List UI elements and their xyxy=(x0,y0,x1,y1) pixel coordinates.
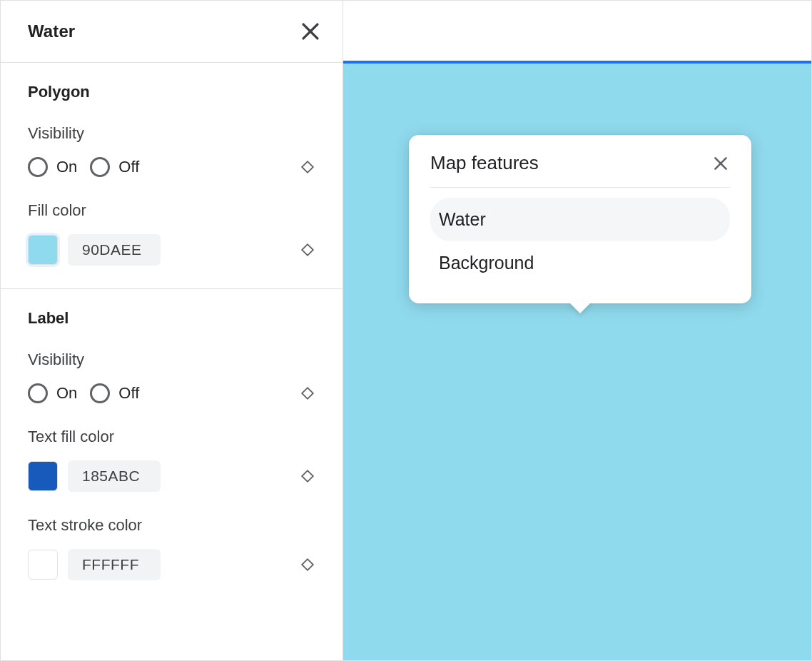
radio-on-label: On xyxy=(56,384,77,403)
style-editor-app: Water Polygon Visibility On Off xyxy=(0,0,812,661)
polygon-fill-swatch[interactable] xyxy=(28,235,58,265)
map-topbar xyxy=(343,1,811,64)
map-surface[interactable]: Map features Water Background xyxy=(343,64,811,660)
polygon-fill-color-label: Fill color xyxy=(28,201,315,220)
feature-panel: Water Polygon Visibility On Off xyxy=(1,1,343,660)
label-text-fill-row: 185ABC xyxy=(28,460,315,492)
map-pane: Map features Water Background xyxy=(343,1,811,660)
polygon-visibility-row: On Off xyxy=(28,157,315,177)
section-label-title: Label xyxy=(28,309,315,328)
radio-circle-icon xyxy=(28,383,48,403)
svg-rect-4 xyxy=(302,388,313,399)
svg-rect-5 xyxy=(302,470,313,482)
popover-item-water[interactable]: Water xyxy=(430,198,730,241)
svg-rect-3 xyxy=(302,244,313,256)
polygon-visibility-label: Visibility xyxy=(28,124,315,143)
polygon-visibility-on-radio[interactable]: On xyxy=(28,157,77,177)
svg-rect-2 xyxy=(302,161,313,173)
panel-header: Water xyxy=(1,1,342,63)
section-label: Label Visibility On Off Text fi xyxy=(1,289,342,603)
label-text-fill-hex-input[interactable]: 185ABC xyxy=(68,460,161,492)
reset-diamond-icon[interactable] xyxy=(300,242,315,258)
label-visibility-label: Visibility xyxy=(28,350,315,369)
polygon-visibility-off-radio[interactable]: Off xyxy=(90,157,139,177)
label-visibility-radios: On Off xyxy=(28,383,139,403)
section-polygon-title: Polygon xyxy=(28,83,315,101)
close-icon[interactable] xyxy=(298,19,323,44)
label-text-fill-label: Text fill color xyxy=(28,428,315,446)
reset-diamond-icon[interactable] xyxy=(300,159,315,175)
polygon-visibility-radios: On Off xyxy=(28,157,139,177)
close-icon[interactable] xyxy=(711,154,730,173)
radio-circle-icon xyxy=(90,157,110,177)
panel-title: Water xyxy=(28,21,75,41)
radio-off-label: Off xyxy=(118,158,139,176)
label-text-stroke-row: FFFFFF xyxy=(28,549,315,580)
label-text-stroke-controls: FFFFFF xyxy=(28,549,161,580)
radio-off-label: Off xyxy=(118,384,139,403)
svg-rect-6 xyxy=(302,559,313,570)
label-visibility-off-radio[interactable]: Off xyxy=(90,383,139,403)
label-text-stroke-hex-input[interactable]: FFFFFF xyxy=(68,549,161,580)
map-features-popover: Map features Water Background xyxy=(409,135,751,303)
reset-diamond-icon[interactable] xyxy=(300,557,315,572)
polygon-fill-color-controls: 90DAEE xyxy=(28,234,161,266)
radio-circle-icon xyxy=(28,157,48,177)
reset-diamond-icon[interactable] xyxy=(300,385,315,401)
label-text-stroke-label: Text stroke color xyxy=(28,516,315,535)
label-visibility-row: On Off xyxy=(28,383,315,403)
popover-title: Map features xyxy=(430,152,539,174)
section-polygon: Polygon Visibility On Off Fill xyxy=(1,63,342,289)
polygon-fill-hex-input[interactable]: 90DAEE xyxy=(68,234,161,266)
popover-header: Map features xyxy=(430,152,730,188)
radio-on-label: On xyxy=(56,158,77,176)
label-visibility-on-radio[interactable]: On xyxy=(28,383,77,403)
label-text-stroke-swatch[interactable] xyxy=(28,550,58,580)
label-text-fill-controls: 185ABC xyxy=(28,460,161,492)
popover-item-background[interactable]: Background xyxy=(430,241,730,285)
polygon-fill-color-row: 90DAEE xyxy=(28,234,315,266)
reset-diamond-icon[interactable] xyxy=(300,468,315,484)
radio-circle-icon xyxy=(90,383,110,403)
label-text-fill-swatch[interactable] xyxy=(28,461,58,491)
